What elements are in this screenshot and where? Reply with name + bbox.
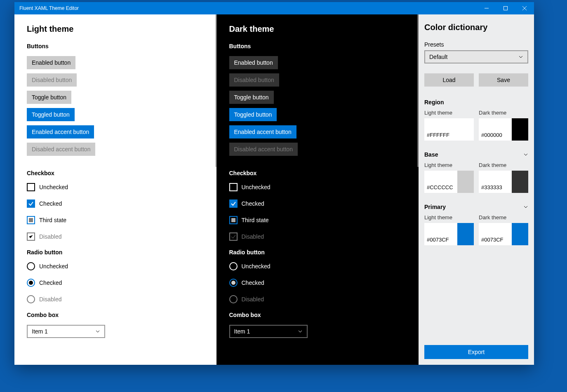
- radio-checked-icon: [27, 279, 35, 287]
- checkbox-third-state[interactable]: Third state: [27, 216, 204, 224]
- region-section-header[interactable]: Region: [424, 99, 528, 106]
- base-section-header[interactable]: Base: [424, 151, 528, 158]
- radio-disabled: Disabled: [27, 295, 204, 303]
- light-theme-title: Light theme: [27, 24, 204, 34]
- checkbox-icon: [229, 183, 238, 191]
- primary-light-swatch[interactable]: #0073CF: [424, 223, 474, 245]
- radio-heading: Radio button: [27, 249, 204, 256]
- close-button[interactable]: [515, 2, 534, 14]
- buttons-heading: Buttons: [229, 43, 407, 49]
- combo-heading: Combo box: [27, 312, 204, 318]
- checkbox-checked[interactable]: Checked: [27, 200, 204, 208]
- primary-section-header[interactable]: Primary: [424, 204, 528, 210]
- checkbox-icon: [27, 183, 35, 191]
- primary-dark-swatch[interactable]: #0073CF: [479, 223, 528, 245]
- combo-box[interactable]: Item 1: [229, 325, 308, 338]
- combo-heading: Combo box: [229, 312, 407, 318]
- presets-label: Presets: [424, 41, 528, 48]
- radio-unchecked[interactable]: Unchecked: [229, 262, 407, 270]
- combo-box[interactable]: Item 1: [27, 325, 105, 338]
- region-dark-swatch[interactable]: #000000: [479, 118, 528, 141]
- toggle-button[interactable]: Toggle button: [27, 91, 71, 104]
- svg-rect-0: [504, 7, 508, 10]
- light-theme-panel: Light theme Buttons Enabled button Disab…: [14, 14, 216, 365]
- checkbox-third-icon: [229, 216, 238, 224]
- radio-disabled: Disabled: [229, 295, 407, 303]
- enabled-button[interactable]: Enabled button: [27, 56, 75, 69]
- dark-theme-title: Dark theme: [229, 24, 407, 34]
- content-area: Light theme Buttons Enabled button Disab…: [14, 14, 534, 365]
- maximize-button[interactable]: [496, 2, 515, 14]
- enabled-accent-button[interactable]: Enabled accent button: [27, 125, 94, 138]
- toggled-button[interactable]: Toggled button: [27, 108, 75, 121]
- checkbox-disabled-icon: [229, 232, 238, 241]
- checkbox-disabled: Disabled: [229, 232, 407, 241]
- radio-checked-icon: [229, 279, 238, 287]
- radio-unchecked[interactable]: Unchecked: [27, 262, 204, 270]
- radio-disabled-icon: [229, 295, 238, 303]
- export-button[interactable]: Export: [424, 345, 528, 359]
- enabled-accent-button[interactable]: Enabled accent button: [229, 125, 296, 138]
- chevron-down-icon: [523, 204, 528, 209]
- checkbox-heading: Checkbox: [229, 170, 407, 176]
- buttons-heading: Buttons: [27, 43, 204, 49]
- window-title: Fluent XAML Theme Editor: [19, 5, 79, 11]
- dark-theme-panel: Dark theme Buttons Enabled button Disabl…: [216, 14, 419, 365]
- minimize-button[interactable]: [477, 2, 496, 14]
- disabled-accent-button: Disabled accent button: [229, 143, 298, 156]
- radio-checked[interactable]: Checked: [229, 279, 407, 287]
- presets-dropdown[interactable]: Default: [424, 50, 528, 63]
- titlebar: Fluent XAML Theme Editor: [14, 2, 534, 14]
- toggle-button[interactable]: Toggle button: [229, 91, 274, 104]
- region-light-swatch[interactable]: #FFFFFF: [424, 118, 474, 141]
- checkbox-checked-icon: [27, 200, 35, 208]
- checkbox-disabled: Disabled: [27, 232, 204, 241]
- save-button[interactable]: Save: [479, 73, 528, 87]
- base-light-swatch[interactable]: #CCCCCC: [424, 171, 474, 193]
- disabled-button: Disabled button: [27, 73, 77, 87]
- checkbox-heading: Checkbox: [27, 170, 204, 176]
- chevron-down-icon: [298, 329, 303, 334]
- disabled-button: Disabled button: [229, 73, 279, 87]
- checkbox-checked-icon: [229, 200, 238, 208]
- load-button[interactable]: Load: [424, 73, 474, 87]
- toggled-button[interactable]: Toggled button: [229, 108, 277, 121]
- checkbox-unchecked[interactable]: Unchecked: [229, 183, 407, 191]
- checkbox-disabled-icon: [27, 232, 35, 241]
- chevron-down-icon: [523, 152, 528, 157]
- radio-checked[interactable]: Checked: [27, 279, 204, 287]
- radio-icon: [229, 262, 238, 270]
- color-dictionary-title: Color dictionary: [424, 23, 528, 32]
- enabled-button[interactable]: Enabled button: [229, 56, 278, 69]
- checkbox-checked[interactable]: Checked: [229, 200, 407, 208]
- radio-heading: Radio button: [229, 249, 407, 256]
- checkbox-third-state[interactable]: Third state: [229, 216, 407, 224]
- radio-disabled-icon: [27, 295, 35, 303]
- disabled-accent-button: Disabled accent button: [27, 143, 95, 156]
- checkbox-unchecked[interactable]: Unchecked: [27, 183, 204, 191]
- checkbox-third-icon: [27, 216, 35, 224]
- base-dark-swatch[interactable]: #333333: [479, 171, 528, 193]
- color-dictionary-panel: Color dictionary Presets Default Load Sa…: [419, 14, 534, 365]
- chevron-down-icon: [95, 329, 100, 334]
- chevron-down-icon: [518, 54, 523, 59]
- app-window: Fluent XAML Theme Editor Light theme But…: [14, 2, 534, 365]
- radio-icon: [27, 262, 35, 270]
